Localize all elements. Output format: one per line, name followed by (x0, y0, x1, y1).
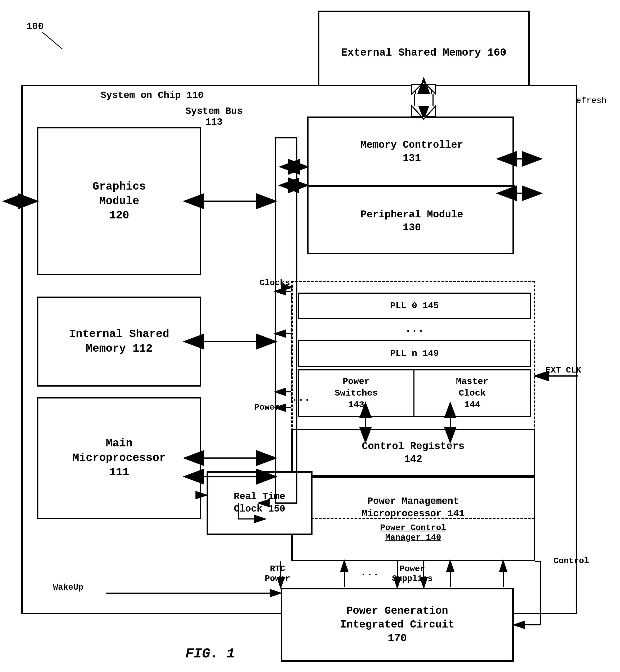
periph-module-box: Peripheral Module130 (309, 187, 515, 256)
periph-module-label: Peripheral Module130 (360, 208, 463, 234)
pwr-supplies-label: PowerSupplies (392, 564, 433, 583)
pwr-ctrl-mgr-label: Power ControlManager 140 (380, 523, 446, 543)
master-clock-label: MasterClock144 (456, 376, 488, 411)
rtc-box: Real TimeClock 150 (207, 471, 312, 535)
mem-ctrl-box: Memory Controller131 (309, 118, 515, 187)
graphics-module-box: GraphicsModule120 (37, 127, 201, 275)
ref-line (42, 32, 63, 50)
pll0-label: PLL 0 145 (390, 301, 439, 311)
system-bus-label: System Bus113 (186, 106, 243, 128)
main-cpu-label: MainMicroprocessor111 (72, 436, 166, 480)
plln-box: PLL n 149 (298, 340, 531, 367)
clocks-label: Clocks (260, 278, 290, 288)
pll-dots: ... (298, 323, 531, 335)
connection-dots-2: ... (360, 567, 379, 578)
main-cpu-box: MainMicroprocessor111 (37, 397, 201, 519)
int-shared-memory-label: Internal SharedMemory 112 (69, 327, 169, 356)
rtc-label: Real TimeClock 150 (234, 491, 285, 515)
mem-ctrl-label: Memory Controller131 (360, 138, 463, 165)
pwr-gen-ic-box: Power GenerationIntegrated Circuit170 (281, 588, 514, 662)
ctrl-reg-box: Control Registers142 (291, 429, 535, 477)
power-label: Power (254, 402, 280, 412)
pwr-mgmt-box: Power ManagementMicroprocessor 141 Power… (291, 477, 535, 561)
pwr-gen-ic-label: Power GenerationIntegrated Circuit170 (340, 604, 455, 646)
ext-shared-memory-box: External Shared Memory 160 (318, 11, 530, 95)
soc-label: System on Chip 110 (101, 90, 204, 101)
power-switches-box: PowerSwitches143 (299, 371, 414, 416)
plln-label: PLL n 149 (390, 348, 439, 358)
mem-ctrl-outer: Memory Controller131 Peripheral Module13… (307, 116, 514, 254)
figure-label: FIG. 1 (186, 646, 235, 662)
power-switches-label: PowerSwitches143 (334, 376, 378, 411)
connection-dots-1: ... (291, 392, 310, 404)
graphics-module-label: GraphicsModule120 (93, 179, 146, 223)
wakeup-label: WakeUp (53, 582, 84, 592)
int-shared-memory-box: Internal SharedMemory 112 (37, 296, 201, 387)
ext-clk-label: EXT CLK (546, 366, 581, 375)
pwr-master-row: PowerSwitches143 MasterClock144 (298, 369, 531, 417)
ctrl-reg-label: Control Registers142 (362, 440, 465, 466)
pll0-box: PLL 0 145 (298, 293, 531, 319)
ext-shared-memory-label: External Shared Memory 160 (341, 46, 506, 60)
pwr-mgmt-label: Power ManagementMicroprocessor 141 (362, 495, 465, 520)
rtc-power-label: RTCPower (265, 564, 290, 583)
master-clock-box: MasterClock144 (414, 371, 530, 416)
control-label: Control (554, 556, 589, 566)
ref-number: 100 (27, 21, 44, 32)
diagram-container: 100 External Shared Memory 160 Self Refr… (0, 0, 620, 672)
